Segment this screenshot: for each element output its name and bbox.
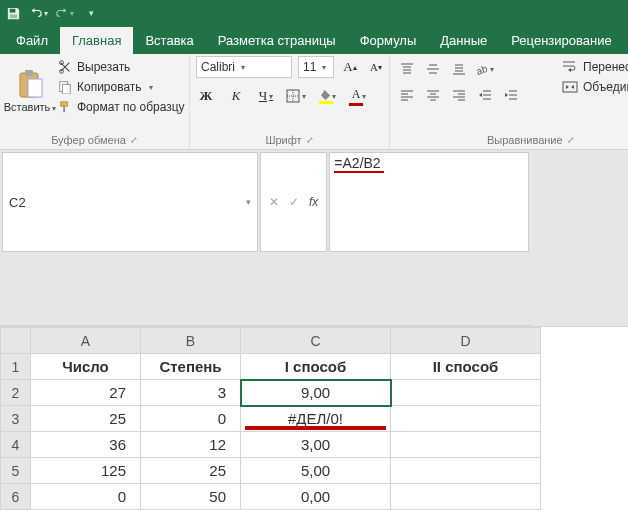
- cell[interactable]: 3,00: [241, 432, 391, 458]
- decrease-indent-icon[interactable]: [474, 84, 496, 106]
- cell[interactable]: 25: [141, 458, 241, 484]
- wrap-text-button[interactable]: Перенести те: [558, 58, 628, 76]
- formula-input[interactable]: =A2/B2: [329, 152, 529, 252]
- scissors-icon: [58, 60, 72, 74]
- cell[interactable]: [391, 484, 541, 510]
- chevron-down-icon[interactable]: ▾: [246, 197, 251, 207]
- row-header[interactable]: 3: [1, 406, 31, 432]
- copy-label: Копировать: [77, 80, 142, 94]
- tab-formulas[interactable]: Формулы: [348, 27, 429, 54]
- dialog-launcher-icon[interactable]: ⤢: [306, 135, 314, 145]
- fill-color-button[interactable]: ▾: [316, 86, 336, 106]
- row-header[interactable]: 1: [1, 354, 31, 380]
- merge-center-button[interactable]: Объединить и: [558, 78, 628, 96]
- wrap-text-icon: [562, 60, 578, 74]
- cell[interactable]: Число: [31, 354, 141, 380]
- cell[interactable]: 125: [31, 458, 141, 484]
- col-header[interactable]: A: [31, 328, 141, 354]
- worksheet[interactable]: A B C D 1 Число Степень I способ II спос…: [0, 327, 628, 510]
- align-left-icon[interactable]: [396, 84, 418, 106]
- dialog-launcher-icon[interactable]: ⤢: [567, 135, 575, 145]
- align-right-icon[interactable]: [448, 84, 470, 106]
- cell[interactable]: I способ: [241, 354, 391, 380]
- merge-icon: [562, 80, 578, 94]
- cell[interactable]: 25: [31, 406, 141, 432]
- font-name-select[interactable]: Calibri▾: [196, 56, 292, 78]
- copy-button[interactable]: Копировать▾: [54, 78, 189, 96]
- ribbon-tabs: Файл Главная Вставка Разметка страницы Ф…: [0, 26, 628, 54]
- cut-button[interactable]: Вырезать: [54, 58, 189, 76]
- formula-bar: C2 ▾ ✕ ✓ fx =A2/B2: [0, 150, 628, 327]
- font-size-select[interactable]: 11▾: [298, 56, 334, 78]
- fx-icon[interactable]: fx: [309, 195, 318, 209]
- merge-center-label: Объединить и: [583, 80, 628, 94]
- align-middle-icon[interactable]: [422, 58, 444, 80]
- svg-rect-1: [9, 14, 17, 18]
- borders-button[interactable]: ▾: [286, 86, 306, 106]
- col-header[interactable]: B: [141, 328, 241, 354]
- cell[interactable]: [391, 458, 541, 484]
- cancel-formula-icon[interactable]: ✕: [269, 195, 279, 209]
- group-font-label: Шрифт: [265, 134, 301, 146]
- format-painter-button[interactable]: Формат по образцу: [54, 98, 189, 116]
- bold-button[interactable]: Ж: [196, 86, 216, 106]
- tab-review[interactable]: Рецензирование: [499, 27, 623, 54]
- font-color-button[interactable]: A▾: [346, 86, 366, 106]
- row-header[interactable]: 5: [1, 458, 31, 484]
- enter-formula-icon[interactable]: ✓: [289, 195, 299, 209]
- col-header[interactable]: C: [241, 328, 391, 354]
- svg-rect-0: [9, 8, 15, 12]
- undo-icon[interactable]: ▾: [30, 4, 48, 22]
- italic-button[interactable]: К: [226, 86, 246, 106]
- qat-customize-icon[interactable]: ▾: [82, 4, 100, 22]
- cell[interactable]: 27: [31, 380, 141, 406]
- group-clipboard-label: Буфер обмена: [51, 134, 126, 146]
- align-center-icon[interactable]: [422, 84, 444, 106]
- cell[interactable]: 36: [31, 432, 141, 458]
- formula-text: =A2/B2: [334, 155, 380, 171]
- cell[interactable]: [391, 406, 541, 432]
- col-header[interactable]: D: [391, 328, 541, 354]
- paste-button[interactable]: Вставить▾: [6, 56, 54, 126]
- cell[interactable]: [391, 380, 541, 406]
- decrease-font-icon[interactable]: A▾: [366, 57, 386, 77]
- orientation-icon[interactable]: ab▾: [474, 58, 496, 80]
- cell[interactable]: 12: [141, 432, 241, 458]
- row-header[interactable]: 6: [1, 484, 31, 510]
- cell[interactable]: 3: [141, 380, 241, 406]
- increase-indent-icon[interactable]: [500, 84, 522, 106]
- tab-data[interactable]: Данные: [428, 27, 499, 54]
- cell[interactable]: 0: [141, 406, 241, 432]
- svg-text:ab: ab: [476, 63, 489, 76]
- row-header[interactable]: 4: [1, 432, 31, 458]
- tab-insert[interactable]: Вставка: [133, 27, 205, 54]
- cell[interactable]: 0: [31, 484, 141, 510]
- tab-file[interactable]: Файл: [4, 27, 60, 54]
- underline-button[interactable]: Ч▾: [256, 86, 276, 106]
- copy-icon: [58, 80, 72, 94]
- cell[interactable]: 50: [141, 484, 241, 510]
- align-bottom-icon[interactable]: [448, 58, 470, 80]
- group-font: Calibri▾ 11▾ A▴ A▾ Ж К Ч▾ ▾ ▾ A▾ Шрифт⤢: [190, 54, 390, 149]
- name-box[interactable]: C2 ▾: [2, 152, 258, 252]
- dialog-launcher-icon[interactable]: ⤢: [130, 135, 138, 145]
- save-icon[interactable]: [4, 4, 22, 22]
- cell-selected[interactable]: 9,00: [241, 380, 391, 406]
- wrap-text-label: Перенести те: [583, 60, 628, 74]
- align-top-icon[interactable]: [396, 58, 418, 80]
- svg-rect-11: [563, 82, 577, 92]
- cell[interactable]: [391, 432, 541, 458]
- cell[interactable]: 0,00: [241, 484, 391, 510]
- tab-home[interactable]: Главная: [60, 27, 133, 54]
- redo-icon[interactable]: ▾: [56, 4, 74, 22]
- group-alignment: ab▾ Перенести те Объединить и: [390, 54, 628, 149]
- cell[interactable]: II способ: [391, 354, 541, 380]
- cell[interactable]: Степень: [141, 354, 241, 380]
- cell-error[interactable]: #ДЕЛ/0!: [241, 406, 391, 432]
- increase-font-icon[interactable]: A▴: [340, 57, 360, 77]
- cell[interactable]: 5,00: [241, 458, 391, 484]
- select-all-corner[interactable]: [1, 328, 31, 354]
- name-box-value: C2: [9, 195, 26, 210]
- tab-pagelayout[interactable]: Разметка страницы: [206, 27, 348, 54]
- row-header[interactable]: 2: [1, 380, 31, 406]
